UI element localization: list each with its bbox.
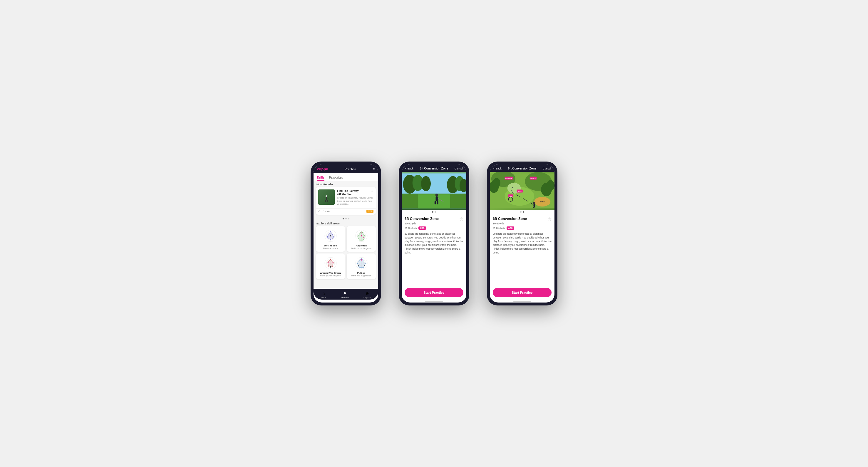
start-practice-button-3[interactable]: Start Practice bbox=[493, 288, 552, 297]
drill-star-icon-3[interactable]: ☆ bbox=[548, 217, 552, 222]
svg-point-21 bbox=[361, 232, 362, 233]
clock-icon-3: ⏱ bbox=[493, 227, 495, 229]
clock-icon-2: ⏱ bbox=[405, 227, 407, 229]
card-image bbox=[318, 190, 335, 205]
around-green-icon bbox=[322, 256, 339, 270]
drill-range-3: 10-50 yds bbox=[493, 222, 552, 225]
home-indicator-3 bbox=[513, 301, 531, 302]
clock-icon: ⏱ bbox=[318, 210, 320, 213]
nav-activities[interactable]: ⚑ Activities bbox=[341, 291, 349, 298]
drill-title-header-3: 6ft Conversion Zone bbox=[508, 167, 536, 170]
capture-icon: ⊕ bbox=[366, 291, 369, 296]
svg-point-30 bbox=[328, 262, 329, 263]
image-dots bbox=[402, 210, 466, 214]
skill-putting[interactable]: Putting Make and lag practice bbox=[347, 254, 376, 279]
shots-meta-3: ⏱ 20 shots bbox=[493, 227, 505, 229]
phones-container: clippd Practice ≡ Drills Favourites Most… bbox=[311, 162, 557, 305]
tab-favourites[interactable]: Favourites bbox=[329, 175, 343, 181]
nav-activities-label: Activities bbox=[341, 296, 349, 298]
img-dot-3-2 bbox=[523, 211, 524, 213]
svg-point-38 bbox=[361, 259, 362, 261]
approach-title: Approach bbox=[356, 244, 367, 247]
card-inner: Find The Fairway Off The Tee ☆ Create an… bbox=[316, 187, 376, 208]
svg-point-39 bbox=[364, 265, 365, 266]
arg-badge-3: ARG bbox=[506, 227, 514, 230]
drill-description-3: 20 shots are randomly generated at dista… bbox=[493, 232, 552, 255]
svg-point-61 bbox=[547, 180, 555, 191]
svg-point-59 bbox=[493, 178, 500, 188]
shots-meta: ⏱ 20 shots bbox=[405, 227, 417, 229]
svg-rect-2 bbox=[325, 200, 326, 202]
activities-icon: ⚑ bbox=[343, 291, 347, 296]
putting-icon bbox=[352, 256, 370, 270]
carousel-dots bbox=[313, 217, 378, 220]
nav-capture[interactable]: ⊕ Capture bbox=[364, 291, 371, 298]
drill-name-text-3: 6ft Conversion Zone bbox=[493, 217, 527, 221]
svg-rect-76 bbox=[534, 204, 535, 207]
cancel-button-3[interactable]: Cancel bbox=[543, 167, 551, 170]
drill-name: 6ft Conversion Zone ☆ bbox=[405, 217, 463, 222]
page-title: Practice bbox=[345, 167, 356, 171]
svg-rect-4 bbox=[327, 198, 329, 198]
putting-subtitle: Make and lag practice bbox=[351, 275, 371, 277]
svg-rect-77 bbox=[533, 207, 534, 208]
drill-hero-image bbox=[402, 172, 466, 210]
drill-star-icon[interactable]: ☆ bbox=[460, 217, 463, 222]
app-logo: clippd bbox=[317, 167, 328, 171]
svg-point-50 bbox=[435, 194, 438, 196]
svg-point-40 bbox=[358, 265, 359, 266]
svg-rect-3 bbox=[327, 200, 328, 202]
skill-approach[interactable]: Approach Dial-in to hit the green bbox=[347, 226, 376, 252]
back-button[interactable]: < Back bbox=[405, 167, 413, 170]
home-indicator bbox=[337, 301, 355, 302]
svg-point-0 bbox=[326, 195, 327, 197]
home-icon: ⌂ bbox=[322, 291, 325, 296]
around-green-subtitle: Hone your short game bbox=[320, 275, 341, 277]
svg-text:SAND: SAND bbox=[540, 201, 545, 203]
svg-rect-52 bbox=[435, 201, 436, 204]
approach-subtitle: Dial-in to hit the green bbox=[351, 247, 371, 249]
drill-name-text: 6ft Conversion Zone bbox=[405, 217, 439, 221]
dot-3 bbox=[348, 218, 349, 220]
approach-icon bbox=[352, 229, 370, 243]
svg-rect-1 bbox=[326, 197, 327, 200]
skill-around-green[interactable]: Around The Green Hone your short game bbox=[316, 254, 345, 279]
svg-point-22 bbox=[363, 237, 364, 238]
tab-drills[interactable]: Drills bbox=[317, 175, 324, 181]
start-practice-button[interactable]: Start Practice bbox=[405, 288, 463, 297]
nav-capture-label: Capture bbox=[364, 296, 371, 298]
skill-off-tee[interactable]: Off The Tee Power accuracy bbox=[316, 226, 345, 252]
svg-text:ROUGH: ROUGH bbox=[530, 178, 536, 179]
drills-content: Most Popular bbox=[313, 181, 378, 289]
card-subtitle-title: Off The Tee bbox=[337, 193, 359, 197]
bottom-nav: ⌂ Home ⚑ Activities ⊕ Capture bbox=[313, 289, 378, 300]
svg-point-75 bbox=[533, 202, 535, 204]
phone-2: < Back 6ft Conversion Zone Cancel bbox=[399, 162, 469, 305]
svg-point-31 bbox=[332, 262, 333, 263]
around-green-title: Around The Green bbox=[320, 272, 341, 274]
off-tee-title: Off The Tee bbox=[324, 244, 337, 247]
cancel-button[interactable]: Cancel bbox=[455, 167, 463, 170]
drill-body-3: 6ft Conversion Zone ☆ 10-50 yds ⏱ 20 sho… bbox=[490, 214, 555, 286]
phone1-header: clippd Practice ≡ bbox=[313, 165, 378, 173]
svg-rect-53 bbox=[437, 201, 438, 204]
back-button-3[interactable]: < Back bbox=[493, 167, 502, 170]
skill-areas-grid: Off The Tee Power accuracy bbox=[313, 226, 378, 281]
dot-1 bbox=[343, 218, 344, 220]
drill-map-image: Miss Hit FAIRWAY ROUGH SAND bbox=[490, 172, 555, 210]
svg-point-29 bbox=[330, 266, 332, 268]
phone-1: clippd Practice ≡ Drills Favourites Most… bbox=[311, 162, 381, 305]
golf-photo bbox=[402, 172, 466, 210]
phone2-header: < Back 6ft Conversion Zone Cancel bbox=[402, 165, 466, 172]
tabs-bar: Drills Favourites bbox=[313, 173, 378, 181]
favorite-star[interactable]: ☆ bbox=[371, 190, 373, 196]
shots-count: 10 shots bbox=[321, 210, 330, 213]
drill-body: 6ft Conversion Zone ☆ 10-50 yds ⏱ 20 sho… bbox=[402, 214, 466, 286]
menu-icon[interactable]: ≡ bbox=[373, 167, 375, 171]
featured-card[interactable]: Find The Fairway Off The Tee ☆ Create an… bbox=[316, 187, 376, 215]
home-indicator-2 bbox=[425, 301, 443, 302]
off-tee-icon bbox=[322, 229, 339, 243]
svg-rect-51 bbox=[436, 196, 438, 201]
nav-home[interactable]: ⌂ Home bbox=[321, 291, 327, 298]
card-footer: ⏱ 10 shots OTT bbox=[316, 208, 376, 215]
